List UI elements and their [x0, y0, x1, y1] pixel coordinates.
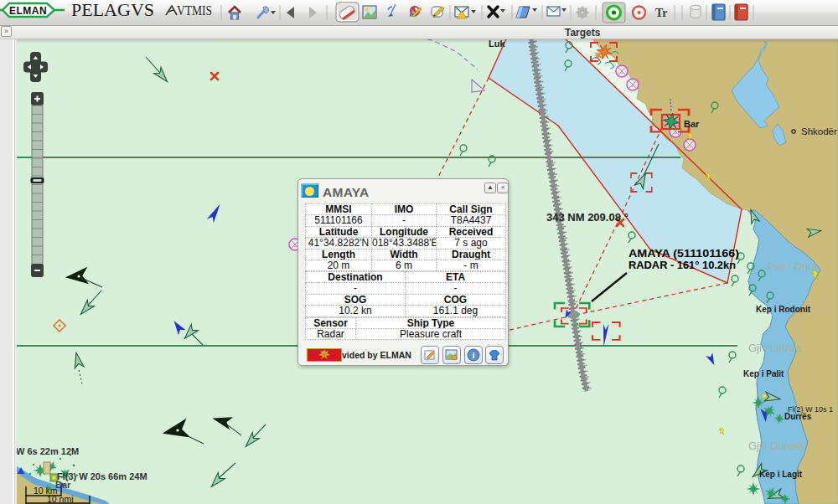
svg-text:343 NM 209.08 °: 343 NM 209.08 ° [546, 211, 628, 224]
svg-text:Bar: Bar [684, 119, 700, 129]
svg-text:10 nmi: 10 nmi [47, 494, 74, 504]
svg-text:Bar: Bar [55, 480, 71, 490]
svg-text:Kep i Rodonit: Kep i Rodonit [756, 305, 811, 314]
svg-text:PELAGVS: PELAGVS [71, 0, 154, 20]
svg-text:VTMIS: VTMIS [177, 3, 212, 18]
svg-text:Tr: Tr [655, 7, 668, 19]
svg-text:Gji i Duress: Gji i Duress [748, 440, 805, 452]
svg-text:AMAYA (511101166): AMAYA (511101166) [628, 247, 739, 260]
svg-text:Pell i Drini: Pell i Drini [768, 260, 817, 273]
svg-text:ELMAN: ELMAN [9, 5, 47, 17]
svg-text:Gji i Lalzes: Gji i Lalzes [748, 342, 802, 354]
svg-text:i: i [472, 350, 474, 360]
svg-text:Durrës: Durrës [784, 412, 812, 421]
svg-text:RADAR - 161° 10.2kn: RADAR - 161° 10.2kn [628, 259, 736, 271]
svg-text:Shkodër: Shkodër [801, 126, 837, 136]
svg-text:Kep i Palit: Kep i Palit [743, 369, 784, 378]
svg-text:Kep i Lagit: Kep i Lagit [759, 470, 803, 479]
svg-text:W 6s 22m 12M: W 6s 22m 12M [17, 446, 79, 456]
